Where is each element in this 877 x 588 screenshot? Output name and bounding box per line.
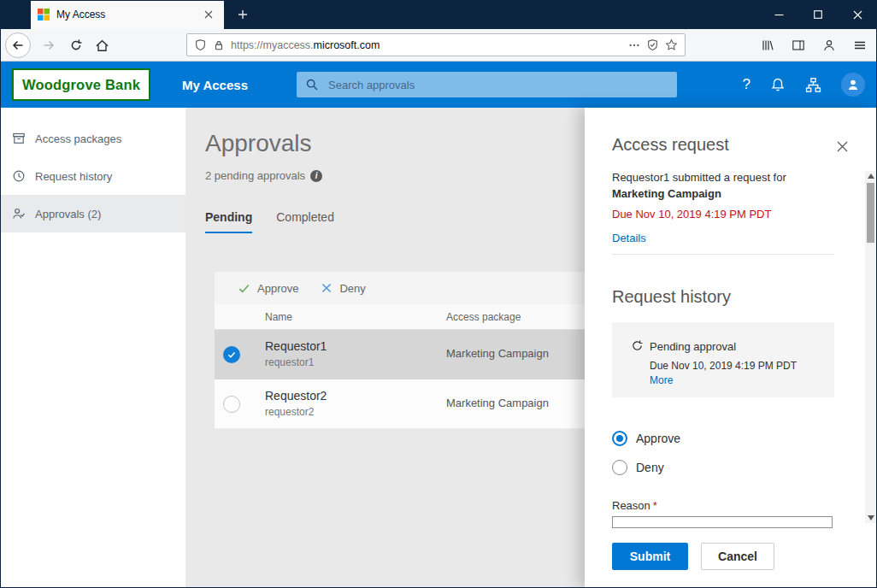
protection-shield-check-icon[interactable]	[646, 38, 659, 51]
table-header: Name Access package	[215, 304, 585, 330]
request-summary: Requestor1 submitted a request for	[612, 171, 786, 184]
window-minimize-icon[interactable]	[759, 0, 798, 29]
person-approval-icon	[12, 207, 26, 220]
url-domain: microsoft.com	[314, 39, 380, 51]
help-icon[interactable]: ?	[743, 76, 750, 93]
deny-command-label: Deny	[339, 282, 365, 295]
scrollbar-thumb[interactable]	[867, 183, 874, 243]
panel-scrollbar[interactable]	[865, 171, 876, 523]
org-chart-icon[interactable]	[805, 77, 821, 93]
approve-radio-option[interactable]: Approve	[612, 431, 680, 446]
home-icon[interactable]	[89, 32, 115, 58]
requestor-name: Requestor2	[265, 389, 327, 403]
requestor-name: Requestor1	[265, 339, 327, 353]
app-header: Woodgrove Bank My Access ?	[0, 62, 877, 108]
reason-textarea[interactable]	[612, 516, 833, 528]
sidebar-nav: Access packages Request history Approval…	[0, 108, 185, 588]
browser-titlebar: My Access	[0, 0, 877, 29]
microsoft-favicon-icon	[38, 9, 50, 21]
account-icon[interactable]	[817, 33, 841, 57]
address-bar[interactable]: https://myaccess.microsoft.com	[186, 33, 686, 56]
row-checkbox-checked[interactable]	[223, 346, 240, 363]
sidebar-item-access-packages[interactable]: Access packages	[0, 120, 185, 157]
requestor-alias: requestor1	[265, 356, 314, 368]
sync-icon	[631, 339, 644, 352]
row-checkbox-unchecked[interactable]	[223, 396, 240, 413]
deny-x-icon	[321, 282, 333, 294]
history-due-date: Due Nov 10, 2019 4:19 PM PDT	[650, 360, 797, 372]
column-name: Name	[265, 311, 292, 323]
panel-close-icon[interactable]	[834, 138, 850, 154]
deny-radio-label: Deny	[636, 461, 664, 474]
forward-icon[interactable]	[36, 32, 62, 58]
page-title: Approvals	[205, 130, 312, 157]
required-asterisk: *	[650, 499, 657, 512]
tab-close-icon[interactable]	[200, 6, 217, 23]
notifications-bell-icon[interactable]	[770, 77, 786, 92]
radio-unselected-icon[interactable]	[612, 460, 627, 475]
history-status: Pending approval	[650, 340, 736, 353]
approvals-tabs: Pending Completed	[205, 210, 334, 233]
radio-selected-icon[interactable]	[612, 431, 627, 446]
cancel-button[interactable]: Cancel	[701, 543, 774, 570]
requestor-alias: requestor2	[265, 406, 314, 418]
app-title: My Access	[182, 62, 248, 108]
approvals-table: Approve Deny Name Access package Request…	[215, 272, 585, 429]
url-text: https://myaccess.microsoft.com	[231, 39, 380, 51]
library-icon[interactable]	[756, 33, 780, 57]
search-icon	[305, 78, 319, 91]
bookmark-star-icon[interactable]	[665, 38, 678, 51]
sidebar-item-label: Request history	[35, 170, 112, 183]
reason-label-text: Reason	[612, 499, 650, 512]
sidebars-icon[interactable]	[786, 33, 810, 57]
browser-tab[interactable]: My Access	[31, 0, 224, 29]
window-maximize-icon[interactable]	[798, 0, 838, 29]
sidebar-item-request-history[interactable]: Request history	[0, 157, 185, 195]
url-prefix: https://myaccess.	[231, 39, 314, 51]
back-icon[interactable]	[5, 32, 31, 58]
panel-footer: Submit Cancel	[585, 528, 877, 588]
tab-title: My Access	[56, 9, 200, 21]
table-row[interactable]: Requestor2 requestor2 Marketing Campaign	[215, 379, 585, 429]
window-close-icon[interactable]	[838, 0, 877, 29]
info-icon[interactable]: i	[310, 170, 322, 182]
history-card: Pending approval Due Nov 10, 2019 4:19 P…	[612, 322, 834, 397]
details-link[interactable]: Details	[612, 232, 646, 244]
search-input[interactable]	[327, 78, 668, 92]
request-due-date: Due Nov 10, 2019 4:19 PM PDT	[612, 208, 771, 220]
scroll-up-icon[interactable]	[868, 173, 874, 179]
history-clock-icon	[12, 169, 26, 183]
access-package-name: Marketing Campaign	[446, 397, 549, 409]
column-access-package: Access package	[446, 311, 521, 323]
sidebar-item-label: Approvals (2)	[35, 208, 101, 220]
deny-radio-option[interactable]: Deny	[612, 460, 664, 475]
table-row[interactable]: Requestor1 requestor1 Marketing Campaign	[215, 330, 585, 379]
page-actions-ellipsis-icon[interactable]	[628, 39, 640, 51]
submit-button[interactable]: Submit	[612, 543, 688, 570]
menu-hamburger-icon[interactable]	[848, 33, 872, 57]
deny-command[interactable]: Deny	[321, 282, 365, 295]
approve-command-label: Approve	[257, 282, 298, 295]
search-box[interactable]	[297, 72, 677, 97]
tab-pending[interactable]: Pending	[205, 210, 252, 233]
approve-command[interactable]: Approve	[238, 282, 298, 295]
pending-approvals-count: 2 pending approvals	[205, 169, 305, 182]
sidebar-item-approvals[interactable]: Approvals (2)	[0, 195, 185, 232]
approve-radio-label: Approve	[636, 432, 680, 445]
divider	[612, 254, 834, 255]
sidebar-item-label: Access packages	[35, 132, 121, 145]
new-tab-icon[interactable]	[232, 4, 253, 25]
tab-completed[interactable]: Completed	[276, 210, 334, 233]
scroll-down-icon[interactable]	[868, 515, 874, 520]
reload-icon[interactable]	[63, 32, 89, 58]
access-package-name: Marketing Campaign	[446, 347, 549, 360]
lock-icon[interactable]	[213, 39, 225, 51]
request-history-title: Request history	[612, 287, 731, 307]
panel-title: Access request	[612, 135, 729, 155]
woodgrove-bank-logo: Woodgrove Bank	[12, 68, 150, 101]
more-link[interactable]: More	[650, 374, 673, 386]
command-bar: Approve Deny	[215, 272, 585, 304]
user-avatar[interactable]	[841, 73, 865, 97]
tracking-shield-icon[interactable]	[194, 38, 207, 51]
package-icon	[12, 132, 26, 145]
